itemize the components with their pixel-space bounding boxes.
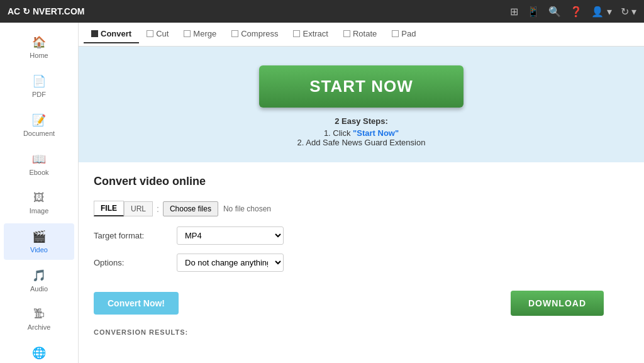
- sidebar-item-pdf[interactable]: 📄 PDF: [4, 68, 74, 104]
- steps-title: 2 Easy Steps:: [297, 116, 426, 126]
- step1-text: 1. Click "Start Now": [297, 128, 426, 138]
- file-url-row: FILE URL : Choose files No file chosen: [94, 201, 629, 216]
- logo-text: AC ↻ NVERT.COM: [8, 6, 84, 16]
- target-format-row: Target format: MP4 AVI MOV MKV WMV FLV W…: [94, 226, 629, 245]
- sidebar-item-home[interactable]: 🏠 Home: [4, 29, 74, 65]
- archive-icon: 🗜: [33, 308, 45, 321]
- tab-pad-label: Pad: [401, 29, 416, 38]
- file-tab-button[interactable]: FILE: [94, 201, 124, 216]
- refresh-icon[interactable]: ↻ ▾: [621, 6, 636, 18]
- image-icon: 🖼: [33, 191, 45, 204]
- webpage-icon: 🌐: [32, 346, 46, 360]
- step1-link[interactable]: "Start Now": [353, 128, 399, 138]
- tab-compress[interactable]: Compress: [224, 25, 286, 43]
- tab-pad[interactable]: Pad: [384, 25, 423, 43]
- tab-pad-checkbox: [392, 30, 399, 37]
- home-icon: 🏠: [32, 35, 46, 49]
- tab-compress-label: Compress: [241, 29, 278, 38]
- start-now-button[interactable]: START NOW: [259, 65, 464, 108]
- tab-extract-checkbox: [293, 30, 300, 37]
- target-format-label: Target format:: [94, 231, 169, 240]
- topbar-icons: ⊞ 📱 🔍 ❓ 👤 ▾ ↻ ▾: [510, 6, 636, 18]
- tab-convert[interactable]: Convert: [84, 25, 139, 43]
- sidebar-item-audio[interactable]: 🎵 Audio: [4, 262, 74, 299]
- sidebar: 🏠 Home 📄 PDF 📝 Document 📖 Ebook 🖼 Image …: [0, 23, 79, 363]
- topbar: AC ↻ NVERT.COM ⊞ 📱 🔍 ❓ 👤 ▾ ↻ ▾: [0, 0, 644, 23]
- sidebar-item-webpage[interactable]: 🌐 Webpage: [4, 340, 74, 363]
- action-row: Convert Now! DOWNLOAD: [94, 291, 629, 316]
- pdf-icon: 📄: [32, 74, 46, 88]
- target-format-select[interactable]: MP4 AVI MOV MKV WMV FLV WebM: [177, 226, 284, 245]
- tab-rotate-checkbox: [343, 30, 350, 37]
- tab-compress-checkbox: [231, 30, 238, 37]
- sidebar-item-image[interactable]: 🖼 Image: [4, 185, 74, 221]
- tab-merge-checkbox: [184, 30, 191, 37]
- site-logo[interactable]: AC ↻ NVERT.COM: [8, 6, 84, 16]
- tab-merge[interactable]: Merge: [176, 25, 224, 43]
- tab-cut-checkbox: [147, 30, 153, 37]
- url-tab-button[interactable]: URL: [124, 201, 153, 216]
- step2-text: 2. Add Safe News Guard Extension: [297, 138, 426, 147]
- options-row: Options: Do not change anything else Cha…: [94, 254, 629, 272]
- convert-now-button[interactable]: Convert Now!: [94, 292, 179, 315]
- tab-merge-label: Merge: [193, 29, 216, 38]
- no-file-text: No file chosen: [223, 204, 271, 213]
- sidebar-item-archive[interactable]: 🗜 Archive: [4, 301, 74, 337]
- search-icon[interactable]: 🔍: [548, 6, 561, 18]
- main-layout: 🏠 Home 📄 PDF 📝 Document 📖 Ebook 🖼 Image …: [0, 23, 644, 363]
- sidebar-label-document: Document: [23, 130, 55, 137]
- tab-convert-checkbox: [91, 30, 98, 37]
- sidebar-label-audio: Audio: [30, 285, 48, 293]
- ebook-icon: 📖: [32, 152, 46, 166]
- sidebar-label-home: Home: [30, 52, 48, 59]
- tabbar: Convert Cut Merge Compress Extract Rotat…: [79, 23, 644, 47]
- sidebar-label-video: Video: [30, 246, 48, 254]
- page-title: Convert video online: [94, 175, 629, 188]
- options-select[interactable]: Do not change anything else Change video…: [177, 254, 284, 272]
- sidebar-item-video[interactable]: 🎬 Video: [4, 223, 74, 260]
- choose-files-button[interactable]: Choose files: [163, 201, 218, 216]
- sidebar-item-ebook[interactable]: 📖 Ebook: [4, 146, 74, 182]
- file-url-separator: :: [157, 204, 159, 214]
- options-label: Options:: [94, 258, 169, 267]
- user-menu-icon[interactable]: 👤 ▾: [591, 6, 611, 18]
- tab-cut[interactable]: Cut: [139, 25, 176, 43]
- file-choose-area: Choose files No file chosen: [163, 201, 271, 216]
- banner-steps: 2 Easy Steps: 1. Click "Start Now" 2. Ad…: [297, 116, 426, 147]
- tab-rotate-label: Rotate: [353, 29, 377, 38]
- sidebar-item-document[interactable]: 📝 Document: [4, 107, 74, 143]
- download-button[interactable]: DOWNLOAD: [511, 291, 604, 316]
- help-icon[interactable]: ❓: [570, 6, 582, 18]
- tab-extract[interactable]: Extract: [286, 25, 335, 43]
- step1-static: 1. Click: [324, 128, 353, 138]
- tab-cut-label: Cut: [156, 29, 169, 38]
- form-area: Convert video online FILE URL : Choose f…: [79, 162, 644, 363]
- sidebar-label-archive: Archive: [28, 323, 51, 331]
- content-area: Convert Cut Merge Compress Extract Rotat…: [79, 23, 644, 363]
- conversion-results-label: CONVERSION RESULTS:: [94, 328, 629, 336]
- tab-rotate[interactable]: Rotate: [336, 25, 384, 43]
- sidebar-label-image: Image: [30, 207, 49, 215]
- audio-icon: 🎵: [32, 269, 46, 282]
- promo-banner: START NOW 2 Easy Steps: 1. Click "Start …: [79, 47, 644, 162]
- tab-convert-label: Convert: [101, 29, 131, 38]
- tab-extract-label: Extract: [303, 29, 328, 38]
- video-icon: 🎬: [32, 230, 46, 243]
- document-icon: 📝: [32, 113, 46, 127]
- sidebar-label-pdf: PDF: [32, 91, 46, 98]
- sidebar-label-ebook: Ebook: [29, 169, 48, 176]
- grid-icon[interactable]: ⊞: [510, 6, 518, 18]
- tablet-icon[interactable]: 📱: [527, 6, 540, 18]
